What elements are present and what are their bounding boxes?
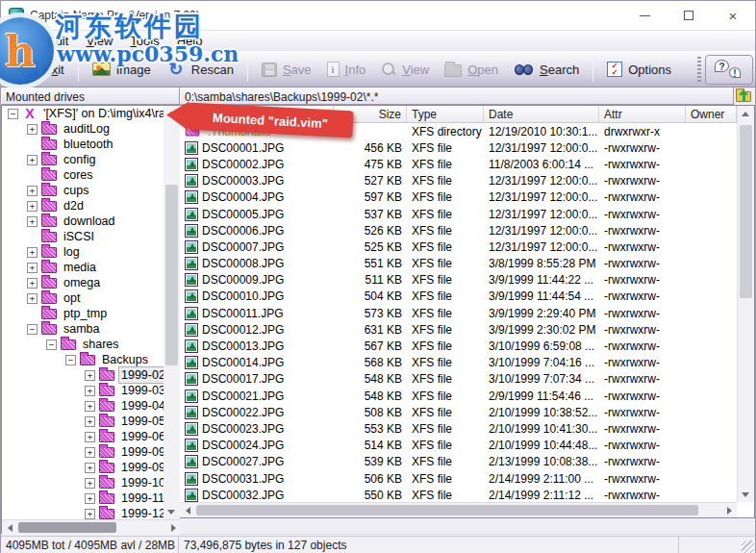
expand-icon[interactable]: + — [85, 478, 95, 489]
collapse-icon[interactable]: − — [65, 355, 76, 365]
expand-icon[interactable]: + — [27, 186, 38, 196]
file-row[interactable]: DSC00008.JPG551 KBXFS file3/8/1999 8:55:… — [180, 256, 737, 272]
column-header-date[interactable]: Date — [484, 106, 599, 122]
tree-node[interactable]: +1999-03 — [2, 383, 164, 398]
tree-node-label[interactable]: omega — [61, 275, 103, 290]
file-row[interactable]: DSC00013.JPG567 KBXFS file3/10/1999 6:59… — [180, 338, 737, 354]
expand-icon[interactable]: + — [27, 201, 38, 212]
column-header-attr[interactable]: Attr — [599, 106, 686, 122]
scroll-left-button[interactable] — [180, 503, 195, 518]
tree-node-label[interactable]: 1999-11 — [118, 490, 164, 506]
tree-node[interactable]: +download — [2, 214, 164, 229]
expand-icon[interactable]: + — [27, 216, 38, 227]
list-horizontal-scrollbar[interactable] — [180, 502, 737, 517]
expand-icon[interactable]: + — [27, 247, 38, 258]
tree-node[interactable]: +d2d — [2, 198, 164, 214]
tree-vertical-scrollbar[interactable] — [164, 106, 181, 519]
tree-node[interactable]: +1999-12 — [2, 506, 164, 519]
info-button[interactable]: i Info — [319, 58, 374, 81]
tree-node-label[interactable]: 1999-10 — [118, 475, 164, 490]
expand-icon[interactable]: + — [27, 278, 38, 289]
minimize-button[interactable] — [622, 1, 667, 30]
tree-node[interactable]: +1999-10 — [2, 475, 164, 490]
scroll-down-button[interactable] — [164, 504, 179, 519]
scroll-up-button[interactable] — [738, 106, 753, 121]
expand-icon[interactable]: + — [85, 463, 95, 473]
file-row[interactable]: DSC00014.JPG568 KBXFS file3/10/1999 7:04… — [180, 355, 737, 371]
file-row[interactable]: DSC00005.JPG537 KBXFS file12/31/1997 12:… — [180, 206, 737, 222]
options-button[interactable]: ✓✓ Options — [599, 58, 679, 81]
tree-node[interactable]: +1999-11 — [2, 490, 164, 506]
expand-icon[interactable]: + — [27, 293, 38, 304]
expand-icon[interactable]: + — [85, 416, 95, 427]
tree-node-label[interactable]: cups — [61, 183, 91, 198]
save-button[interactable]: Save — [254, 59, 319, 81]
tree-node-label[interactable]: 1999-12 — [118, 506, 164, 519]
tree-node-label[interactable]: 1999-04 — [118, 398, 164, 414]
tree-node[interactable]: +media — [2, 260, 164, 275]
tree-node[interactable]: +cups — [2, 183, 164, 198]
scroll-right-button[interactable] — [165, 520, 181, 536]
tree-node-label[interactable]: 1999-09-L — [118, 460, 164, 475]
rescan-button[interactable]: ↻ Rescan — [159, 57, 241, 82]
tree-node-label[interactable]: download — [61, 214, 118, 229]
expand-icon[interactable]: + — [85, 370, 95, 381]
open-button[interactable]: Open — [437, 58, 506, 81]
tree-node-label[interactable]: 1999-05 — [118, 414, 164, 429]
list-hscroll-thumb[interactable] — [196, 505, 698, 515]
menu-edit[interactable]: Edit — [38, 31, 77, 51]
scroll-right-button[interactable] — [721, 503, 737, 518]
file-row[interactable]: DSC00027.JPG539 KBXFS file2/13/1999 10:0… — [180, 454, 737, 470]
tree-node-label[interactable]: opt — [61, 290, 83, 306]
file-row[interactable]: DSC00031.JPG506 KBXFS file2/14/1999 2:11… — [180, 470, 737, 487]
file-row[interactable]: DSC00010.JPG504 KBXFS file3/9/1999 11:44… — [180, 289, 737, 305]
tree-node-label[interactable]: 1999-03 — [118, 383, 164, 398]
expand-icon[interactable]: + — [85, 432, 95, 442]
tree-node-label[interactable]: auditLog — [61, 121, 113, 137]
tree-node[interactable]: −shares — [2, 337, 164, 352]
tree-node[interactable]: −X'[XFS]' on D:\img\ix4\raid. — [2, 106, 164, 121]
tree-node[interactable]: iSCSI — [2, 229, 164, 244]
tree-node[interactable]: +log — [2, 244, 164, 260]
up-level-button[interactable] — [735, 88, 753, 104]
tree-horizontal-scrollbar[interactable] — [2, 519, 181, 535]
file-row[interactable]: DSC00007.JPG525 KBXFS file12/31/1997 12:… — [180, 239, 737, 255]
expand-icon[interactable]: + — [85, 447, 95, 458]
maximize-button[interactable] — [667, 1, 711, 30]
file-row[interactable]: DSC00011.JPG573 KBXFS file3/9/1999 2:29:… — [180, 305, 737, 321]
tree-node[interactable]: ptp_tmp — [2, 306, 164, 321]
file-row[interactable]: DSC00006.JPG526 KBXFS file12/31/1997 12:… — [180, 222, 737, 239]
tree-node[interactable]: −samba — [2, 321, 164, 337]
tree-node[interactable]: +opt — [2, 290, 164, 306]
list-vertical-scrollbar[interactable] — [737, 106, 754, 502]
tree-node-label[interactable]: '[XFS]' on D:\img\ix4\raid. — [40, 106, 164, 121]
file-row[interactable]: DSC00009.JPG511 KBXFS file3/9/1999 11:44… — [180, 272, 737, 289]
collapse-icon[interactable]: − — [46, 339, 57, 350]
expand-icon[interactable]: + — [27, 155, 38, 165]
tree-vscroll-thumb[interactable] — [165, 185, 178, 365]
tree-node[interactable]: +config — [2, 152, 164, 167]
menu-tools[interactable]: Tools — [121, 31, 167, 51]
tree-node[interactable]: +omega — [2, 275, 164, 290]
menu-help[interactable]: Help — [168, 31, 212, 51]
tree-node[interactable]: +1999-05 — [2, 414, 164, 429]
tree-node-label[interactable]: ptp_tmp — [61, 306, 110, 321]
tree-node-label[interactable]: config — [61, 152, 98, 167]
tree-node[interactable]: +1999-02 — [2, 367, 164, 383]
expand-icon[interactable]: + — [85, 386, 95, 396]
tree-node-label[interactable]: samba — [61, 321, 103, 337]
resize-grip[interactable] — [742, 540, 754, 553]
menu-file[interactable]: File — [1, 31, 38, 51]
tree-node-label[interactable]: iSCSI — [61, 229, 97, 244]
tree-node[interactable]: +1999-06 — [2, 429, 164, 444]
tree-node-label[interactable]: 1999-02 — [118, 366, 164, 384]
tree-node-label[interactable]: cores — [61, 167, 96, 183]
view-button[interactable]: View — [373, 58, 437, 81]
scroll-left-button[interactable] — [2, 520, 17, 536]
file-row[interactable]: DSC00012.JPG631 KBXFS file3/9/1999 2:30:… — [180, 321, 737, 338]
tree-node-label[interactable]: media — [61, 260, 99, 275]
tree-node[interactable]: +1999-09 — [2, 444, 164, 460]
exit-button[interactable]: Exit — [9, 58, 72, 82]
tree-node[interactable]: cores — [2, 167, 164, 183]
tree-node-label[interactable]: shares — [80, 337, 122, 352]
